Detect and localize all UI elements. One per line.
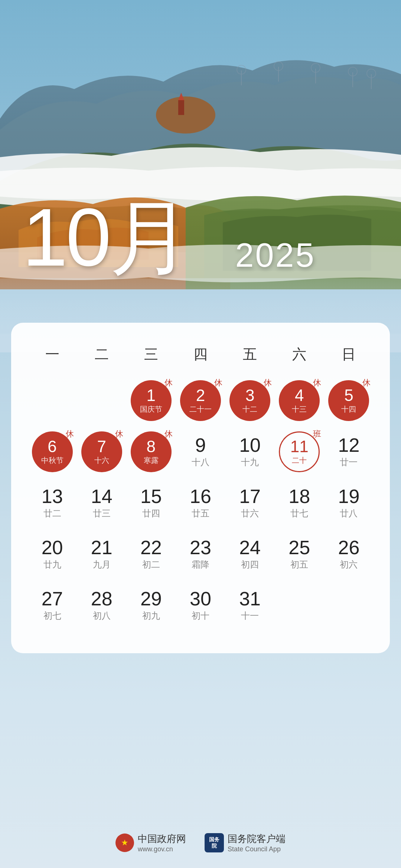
gov-logo: ★ <box>115 834 134 852</box>
day-circle: 21 九月 <box>81 534 122 575</box>
calendar-cell-22: 22 初二 <box>126 529 176 580</box>
day-sub: 十四 <box>341 404 356 414</box>
day-sub: 廿一 <box>340 456 358 468</box>
day-sub: 霜降 <box>192 559 209 571</box>
day-sub: 廿三 <box>93 507 111 519</box>
day-circle: 20 廿九 <box>32 534 73 575</box>
day-sub: 十八 <box>192 456 209 468</box>
day-number: 5 <box>344 387 353 404</box>
day-number: 17 <box>239 487 261 506</box>
day-sub: 初五 <box>290 559 308 571</box>
day-number: 10 <box>239 435 261 455</box>
day-number: 28 <box>91 589 113 608</box>
day-circle: 17 廿六 <box>229 483 270 523</box>
badge-holiday: 休 <box>214 377 222 388</box>
calendar-cell-10: 10 十九 <box>225 426 275 477</box>
day-number: 31 <box>239 589 261 608</box>
day-circle: 27 初七 <box>32 585 73 626</box>
calendar-cell-8: 休 8 寒露 <box>126 426 176 477</box>
calendar-cell-2: 休 2 二十一 <box>176 375 225 426</box>
day-sub: 九月 <box>93 559 111 571</box>
app-name-en: State Council App <box>228 845 286 853</box>
calendar-cell-12: 12 廿一 <box>324 426 374 477</box>
badge-holiday: 休 <box>362 377 371 388</box>
day-header-日: 日 <box>324 341 374 368</box>
badge-holiday: 休 <box>164 428 173 440</box>
day-circle: 18 廿七 <box>279 483 320 523</box>
calendar-cell-13: 13 廿二 <box>27 477 77 529</box>
calendar-cell-25: 25 初五 <box>275 529 324 580</box>
day-number: 24 <box>239 538 261 557</box>
day-header-五: 五 <box>225 341 275 368</box>
star-icon: ★ <box>121 838 128 848</box>
calendar-cell-24: 24 初四 <box>225 529 275 580</box>
calendar-cell-4: 休 4 十三 <box>275 375 324 426</box>
badge-work: 班 <box>313 428 321 440</box>
app-name: 国务院客户端 <box>228 832 286 845</box>
calendar-cell-18: 18 廿七 <box>275 477 324 529</box>
day-number: 12 <box>338 435 359 455</box>
day-number: 30 <box>190 589 211 608</box>
calendar-cell-empty-34 <box>324 580 374 631</box>
day-number: 14 <box>91 487 113 506</box>
day-number: 7 <box>97 438 106 455</box>
day-circle: 14 廿三 <box>81 483 122 523</box>
day-sub: 十六 <box>94 456 109 466</box>
day-sub: 二十 <box>292 456 307 466</box>
day-number: 1 <box>147 387 156 404</box>
gov-site-url: www.gov.cn <box>138 845 186 853</box>
day-sub: 寒露 <box>144 456 159 466</box>
badge-holiday: 休 <box>66 428 74 440</box>
day-number: 16 <box>190 487 211 506</box>
day-circle: 30 初十 <box>180 585 221 626</box>
day-number: 25 <box>288 538 310 557</box>
day-circle: 23 霜降 <box>180 534 221 575</box>
day-circle: 28 初八 <box>81 585 122 626</box>
day-number: 2 <box>196 387 205 404</box>
calendar-cell-19: 19 廿八 <box>324 477 374 529</box>
day-circle: 13 廿二 <box>32 483 73 523</box>
calendar-cell-21: 21 九月 <box>77 529 126 580</box>
calendar-cell-empty-1 <box>77 375 126 426</box>
calendar-cell-15: 15 廿四 <box>126 477 176 529</box>
day-circle: 24 初四 <box>229 534 270 575</box>
calendar-cell-1: 休 1 国庆节 <box>126 375 176 426</box>
day-sub: 中秋节 <box>41 456 63 466</box>
day-circle: 26 初六 <box>328 534 369 575</box>
day-header-三: 三 <box>126 341 176 368</box>
day-sub: 初二 <box>142 559 160 571</box>
calendar-cell-27: 27 初七 <box>27 580 77 631</box>
day-number: 3 <box>245 387 254 404</box>
day-sub: 廿八 <box>340 507 358 519</box>
calendar-cell-6: 休 6 中秋节 <box>27 426 77 477</box>
footer-app: 国务院 国务院客户端 State Council App <box>205 832 286 853</box>
day-header-一: 一 <box>27 341 77 368</box>
calendar-cell-17: 17 廿六 <box>225 477 275 529</box>
calendar-cell-11: 班 11 二十 <box>275 426 324 477</box>
day-number: 27 <box>42 589 63 608</box>
svg-point-1 <box>156 96 215 134</box>
year-label: 2025 <box>235 236 316 274</box>
day-circle: 15 廿四 <box>131 483 172 523</box>
gov-site-name: 中国政府网 <box>138 832 186 845</box>
day-circle: 16 廿五 <box>180 483 221 523</box>
day-sub: 初六 <box>340 559 358 571</box>
app-logo-text: 国务院 <box>209 836 219 849</box>
day-sub: 初九 <box>142 610 160 622</box>
app-logo: 国务院 <box>205 833 224 852</box>
calendar-cell-23: 23 霜降 <box>176 529 225 580</box>
day-sub: 廿九 <box>43 559 61 571</box>
calendar-cell-14: 14 廿三 <box>77 477 126 529</box>
day-number: 13 <box>42 487 63 506</box>
day-sub: 初十 <box>192 610 209 622</box>
day-number: 19 <box>338 487 359 506</box>
day-number: 29 <box>140 589 162 608</box>
calendar-cell-3: 休 3 十二 <box>225 375 275 426</box>
day-number: 8 <box>147 438 156 455</box>
day-circle: 29 初九 <box>131 585 172 626</box>
calendar-cell-16: 16 廿五 <box>176 477 225 529</box>
day-circle: 10 十九 <box>229 431 270 472</box>
day-sub: 十二 <box>242 404 257 414</box>
badge-holiday: 休 <box>164 377 173 388</box>
day-sub: 廿六 <box>241 507 259 519</box>
